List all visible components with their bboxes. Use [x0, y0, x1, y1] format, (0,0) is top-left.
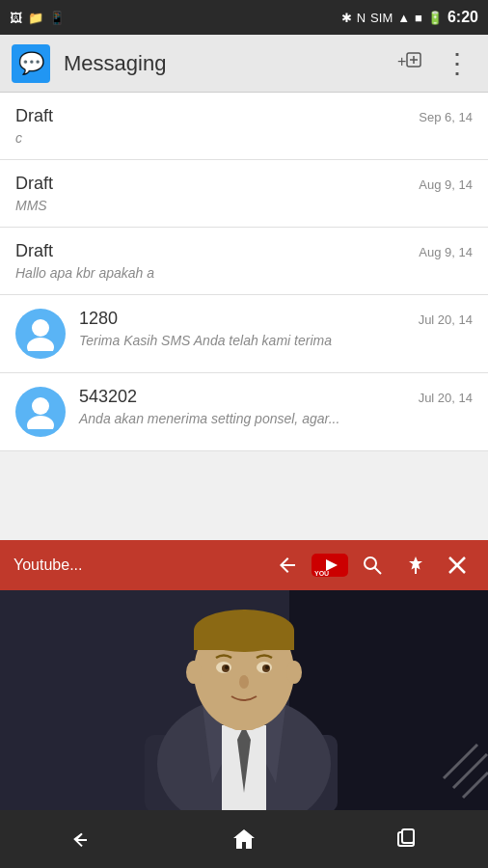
svg-point-36 — [186, 661, 202, 684]
message-date: Sep 6, 14 — [419, 110, 473, 124]
folder-icon: 📁 — [28, 11, 43, 25]
message-header: 1280 Jul 20, 14 — [79, 309, 473, 329]
message-preview: MMS — [15, 198, 473, 213]
message-sender: 543202 — [79, 387, 137, 407]
message-list: Draft Sep 6, 14 c Draft Aug 9, 14 MMS Dr… — [0, 93, 488, 451]
status-time: 6:20 — [447, 9, 478, 26]
message-date: Jul 20, 14 — [419, 391, 473, 405]
app-title: Messaging — [64, 51, 390, 76]
svg-point-5 — [27, 338, 54, 351]
youtube-title: Youtube... — [10, 556, 266, 574]
battery-icon: 🔋 — [427, 11, 443, 25]
message-header: Draft Aug 9, 14 — [15, 241, 473, 261]
youtube-video[interactable] — [0, 590, 488, 810]
message-sender: Draft — [15, 241, 53, 261]
message-preview: c — [15, 130, 473, 146]
avatar — [15, 309, 66, 359]
youtube-overlay: Youtube... YOU — [0, 540, 488, 810]
sim-icon: SIM — [370, 11, 393, 25]
list-item[interactable]: Draft Aug 9, 14 MMS — [0, 160, 488, 228]
svg-rect-42 — [402, 829, 414, 843]
svg-point-4 — [32, 319, 49, 337]
home-button[interactable] — [205, 810, 283, 868]
message-date: Jul 20, 14 — [419, 312, 473, 327]
message-date: Aug 9, 14 — [419, 245, 473, 259]
svg-point-35 — [239, 675, 249, 689]
message-icon: 💬 — [18, 51, 44, 76]
list-item[interactable]: 1280 Jul 20, 14 Terima Kasih SMS Anda te… — [0, 295, 488, 373]
compose-icon: + — [395, 47, 422, 80]
app-bar: 💬 Messaging + ⋮ — [0, 35, 488, 93]
app-bar-actions: + ⋮ — [390, 44, 476, 83]
gallery-icon: 🖼 — [10, 11, 22, 25]
status-icons-right: ✱ N SIM ▲ ■ 🔋 6:20 — [341, 9, 478, 26]
svg-text:+: + — [397, 53, 406, 69]
message-header: 543202 Jul 20, 14 — [79, 387, 473, 407]
youtube-close-button[interactable] — [436, 540, 478, 590]
svg-line-12 — [375, 568, 382, 575]
message-header: Draft Sep 6, 14 — [15, 106, 473, 126]
svg-point-11 — [365, 557, 376, 569]
nfc-icon: N — [357, 11, 366, 25]
svg-text:YOU: YOU — [314, 570, 329, 577]
list-item[interactable]: 543202 Jul 20, 14 Anda akan menerima set… — [0, 373, 488, 451]
status-icons-left: 🖼 📁 📱 — [10, 11, 65, 25]
recents-button[interactable] — [368, 810, 446, 868]
more-options-button[interactable]: ⋮ — [438, 44, 476, 83]
avatar — [15, 387, 66, 437]
youtube-toolbar: Youtube... YOU — [0, 540, 488, 590]
youtube-search-button[interactable] — [351, 540, 393, 590]
bottom-nav — [0, 810, 488, 868]
app-logo: 💬 — [12, 44, 50, 83]
message-date: Aug 9, 14 — [419, 177, 473, 192]
youtube-back-button[interactable] — [266, 540, 309, 590]
compose-button[interactable]: + — [390, 44, 428, 83]
message-preview: Hallo apa kbr apakah a — [15, 265, 473, 281]
svg-point-34 — [265, 665, 269, 669]
more-icon: ⋮ — [444, 50, 471, 77]
message-content: 543202 Jul 20, 14 Anda akan menerima set… — [79, 387, 473, 426]
list-item[interactable]: Draft Aug 9, 14 Hallo apa kbr apakah a — [0, 228, 488, 295]
youtube-logo: YOU — [309, 540, 351, 590]
svg-point-6 — [32, 397, 49, 415]
wifi-icon: ▲ — [397, 11, 410, 25]
back-button[interactable] — [42, 810, 120, 868]
svg-point-7 — [27, 416, 54, 429]
message-preview: Anda akan menerima setting ponsel, agar.… — [79, 411, 473, 426]
message-header: Draft Aug 9, 14 — [15, 174, 473, 194]
video-background — [0, 590, 488, 810]
bluetooth-icon: ✱ — [341, 11, 352, 25]
signal-icon: ■ — [415, 11, 422, 25]
youtube-pin-button[interactable] — [393, 540, 436, 590]
svg-point-33 — [225, 665, 229, 669]
message-sender: 1280 — [79, 309, 118, 329]
message-preview: Terima Kasih SMS Anda telah kami terima — [79, 333, 473, 348]
message-content: 1280 Jul 20, 14 Terima Kasih SMS Anda te… — [79, 309, 473, 348]
message-sender: Draft — [15, 106, 53, 126]
svg-rect-28 — [194, 631, 294, 650]
status-bar: 🖼 📁 📱 ✱ N SIM ▲ ■ 🔋 6:20 — [0, 0, 488, 35]
list-item[interactable]: Draft Sep 6, 14 c — [0, 93, 488, 160]
phone-icon: 📱 — [49, 11, 65, 25]
message-sender: Draft — [15, 174, 53, 194]
svg-point-37 — [286, 661, 302, 684]
